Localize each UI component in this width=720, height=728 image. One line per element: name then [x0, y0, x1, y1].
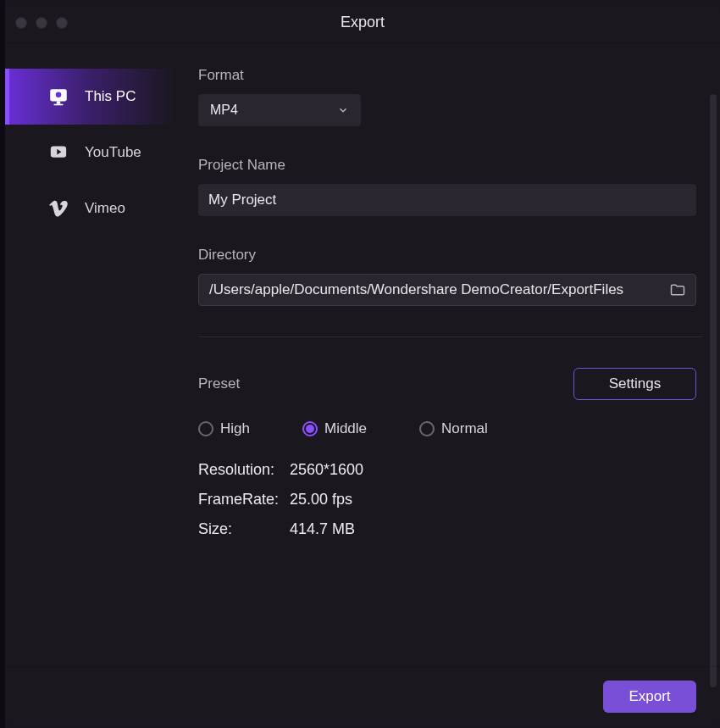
radio-label: High — [220, 420, 250, 437]
radio-icon — [419, 421, 435, 436]
resolution-row: Resolution: 2560*1600 — [198, 461, 695, 479]
sidebar-item-label: This PC — [85, 88, 136, 105]
titlebar: Export — [5, 3, 720, 43]
framerate-row: FrameRate: 25.00 fps — [198, 491, 695, 508]
size-value: 414.7 MB — [290, 520, 355, 538]
svg-point-1 — [56, 92, 62, 98]
framerate-value: 25.00 fps — [290, 491, 352, 508]
size-label: Size: — [198, 520, 290, 538]
sidebar-item-this-pc[interactable]: This PC — [5, 69, 174, 125]
vimeo-icon — [47, 197, 69, 220]
close-icon[interactable] — [15, 17, 27, 29]
format-select[interactable]: MP4 — [198, 94, 361, 126]
preset-radio-group: High Middle Normal — [198, 420, 695, 437]
project-name-input[interactable] — [198, 184, 696, 216]
preset-radio-normal[interactable]: Normal — [419, 420, 488, 437]
minimize-icon[interactable] — [36, 17, 47, 29]
framerate-label: FrameRate: — [198, 491, 290, 508]
project-name-label: Project Name — [198, 157, 695, 174]
radio-icon — [198, 421, 213, 436]
sidebar-item-youtube[interactable]: YouTube — [5, 125, 174, 181]
window-title: Export — [5, 14, 720, 31]
directory-row — [198, 274, 696, 306]
preset-radio-middle[interactable]: Middle — [302, 420, 367, 437]
main-panel: Format MP4 Project Name Directory — [174, 43, 720, 725]
sidebar-item-label: Vimeo — [85, 200, 125, 217]
sidebar-item-label: YouTube — [85, 144, 141, 161]
sidebar-item-vimeo[interactable]: Vimeo — [5, 181, 174, 236]
svg-rect-2 — [57, 101, 60, 103]
format-value: MP4 — [210, 103, 238, 118]
youtube-icon — [47, 142, 69, 164]
export-button[interactable]: Export — [603, 681, 696, 713]
settings-button[interactable]: Settings — [573, 368, 696, 400]
preset-label: Preset — [198, 375, 240, 392]
chevron-down-icon — [337, 104, 349, 116]
svg-rect-3 — [54, 104, 64, 106]
content-area: This PC YouTube Vimeo — [5, 43, 720, 725]
size-row: Size: 414.7 MB — [198, 520, 695, 538]
format-label: Format — [198, 67, 695, 84]
directory-input[interactable] — [199, 281, 665, 298]
export-window: Export This PC — [5, 3, 720, 725]
monitor-icon — [47, 86, 69, 108]
maximize-icon[interactable] — [56, 17, 68, 29]
sidebar: This PC YouTube Vimeo — [5, 43, 174, 725]
browse-folder-button[interactable] — [665, 277, 690, 303]
resolution-value: 2560*1600 — [290, 461, 363, 479]
window-controls — [15, 17, 68, 29]
radio-label: Normal — [441, 420, 488, 437]
preset-row: Preset Settings — [198, 368, 696, 400]
resolution-label: Resolution: — [198, 461, 290, 479]
directory-label: Directory — [198, 247, 695, 264]
divider — [198, 336, 703, 337]
scrollbar[interactable] — [710, 94, 717, 687]
radio-icon — [302, 421, 318, 436]
radio-label: Middle — [324, 420, 367, 437]
footer: Export — [5, 666, 720, 725]
preset-radio-high[interactable]: High — [198, 420, 250, 437]
